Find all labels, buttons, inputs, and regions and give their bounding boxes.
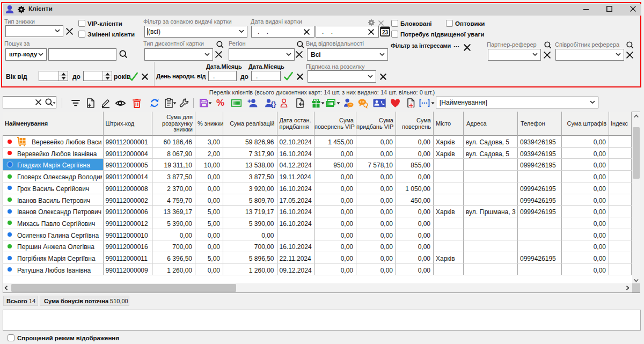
svg-text:23: 23 (382, 30, 389, 35)
svg-text:{}: {} (271, 100, 276, 108)
